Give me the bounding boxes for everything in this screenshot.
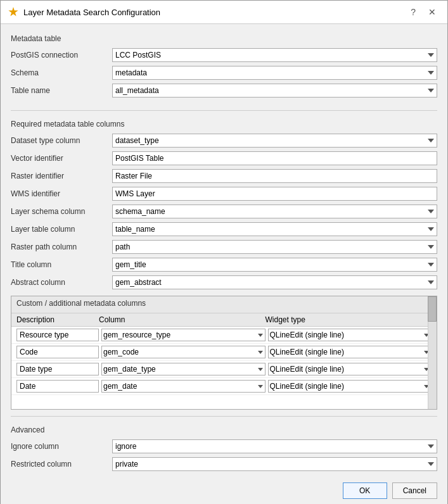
cancel-button[interactable]: Cancel: [392, 482, 437, 499]
vector-identifier-input[interactable]: [112, 151, 437, 165]
restricted-column-row: Restricted column private: [11, 457, 437, 471]
widget-type-select-0[interactable]: QLineEdit (single line): [268, 329, 432, 341]
abstract-column-select[interactable]: gem_abstract: [112, 275, 437, 289]
wms-identifier-row: WMS identifier: [11, 187, 437, 201]
desc-cell-3: [16, 380, 99, 393]
title-column-label: Title column: [11, 260, 112, 269]
ignore-column-row: Ignore column ignore: [11, 439, 437, 453]
required-columns-label: Required metadata table columns: [11, 120, 437, 129]
custom-columns-inner: Custom / additional metadata columns Des…: [11, 296, 437, 409]
layer-table-column-control: table_name: [112, 222, 437, 236]
header-description: Description: [16, 315, 99, 324]
layer-schema-column-select[interactable]: schema_name: [112, 205, 437, 218]
schema-row: Schema metadata: [11, 66, 437, 80]
table-row: gem_code QLineEdit (single line): [11, 344, 437, 361]
description-input-2[interactable]: [16, 363, 99, 375]
widget-type-select-3[interactable]: QLineEdit (single line): [268, 380, 432, 393]
wms-identifier-control: [112, 187, 437, 201]
abstract-column-row: Abstract column gem_abstract: [11, 275, 437, 289]
table-name-select[interactable]: all_metadata: [112, 84, 437, 98]
wms-identifier-label: WMS identifier: [11, 189, 112, 198]
layer-table-column-select[interactable]: table_name: [112, 222, 437, 236]
app-icon: [8, 7, 18, 17]
schema-control: metadata: [112, 66, 437, 80]
table-row: gem_date_type QLineEdit (single line): [11, 361, 437, 378]
restricted-column-label: Restricted column: [11, 460, 112, 469]
table-name-control: all_metadata: [112, 84, 437, 98]
header-widget-type: Widget type: [266, 315, 432, 324]
raster-identifier-row: Raster identifier: [11, 169, 437, 183]
title-bar-controls: ? ✕: [407, 6, 440, 18]
title-bar-left: Layer Metadata Search Configuration: [8, 7, 160, 17]
layer-schema-column-row: Layer schema column schema_name: [11, 205, 437, 218]
ignore-column-label: Ignore column: [11, 442, 112, 451]
postgis-connection-control: LCC PostGIS: [112, 48, 437, 62]
column-select-1[interactable]: gem_code: [101, 346, 266, 358]
ignore-column-control: ignore: [112, 439, 437, 453]
custom-columns-col-headers: Description Column Widget type: [11, 313, 437, 327]
vector-identifier-label: Vector identifier: [11, 154, 112, 163]
layer-schema-column-label: Layer schema column: [11, 207, 112, 216]
footer-buttons: OK Cancel: [11, 477, 437, 501]
metadata-table-label: Metadata table: [11, 34, 437, 43]
custom-columns-container: Custom / additional metadata columns Des…: [11, 296, 437, 410]
close-button[interactable]: ✕: [425, 6, 440, 18]
header-column: Column: [99, 315, 266, 324]
table-row: gem_date QLineEdit (single line): [11, 378, 437, 395]
title-bar: Layer Metadata Search Configuration ? ✕: [1, 1, 447, 24]
custom-columns-header: Custom / additional metadata columns: [11, 296, 437, 313]
advanced-section: Advanced Ignore column ignore Restricted…: [11, 423, 437, 477]
description-input-3[interactable]: [16, 380, 99, 393]
restricted-column-select[interactable]: private: [112, 457, 437, 471]
title-column-row: Title column gem_title: [11, 258, 437, 272]
dialog-content: Metadata table PostGIS connection LCC Po…: [1, 24, 447, 504]
desc-cell-0: [16, 329, 99, 341]
scrollbar-track: [428, 296, 437, 409]
raster-identifier-control: [112, 169, 437, 183]
layer-schema-column-control: schema_name: [112, 205, 437, 218]
vector-identifier-row: Vector identifier: [11, 151, 437, 165]
schema-label: Schema: [11, 68, 112, 77]
wms-identifier-input[interactable]: [112, 187, 437, 201]
schema-select[interactable]: metadata: [112, 66, 437, 80]
scrollbar-thumb[interactable]: [428, 296, 437, 322]
dataset-type-column-select[interactable]: dataset_type: [112, 134, 437, 148]
dialog-window: Layer Metadata Search Configuration ? ✕ …: [0, 0, 448, 504]
raster-identifier-label: Raster identifier: [11, 172, 112, 180]
vector-identifier-control: [112, 151, 437, 165]
required-columns-section: Required metadata table columns Dataset …: [11, 117, 437, 296]
column-select-3[interactable]: gem_date: [101, 380, 266, 393]
raster-path-column-row: Raster path column path: [11, 240, 437, 254]
ignore-column-select[interactable]: ignore: [112, 439, 437, 453]
postgis-connection-select[interactable]: LCC PostGIS: [112, 48, 437, 62]
raster-path-column-select[interactable]: path: [112, 240, 437, 254]
layer-table-column-row: Layer table column table_name: [11, 222, 437, 236]
dataset-type-column-label: Dataset type column: [11, 136, 112, 145]
title-column-select[interactable]: gem_title: [112, 258, 437, 272]
column-select-0[interactable]: gem_resource_type: [101, 329, 266, 341]
table-name-row: Table name all_metadata: [11, 84, 437, 98]
metadata-table-section: Metadata table PostGIS connection LCC Po…: [11, 32, 437, 104]
dialog-title: Layer Metadata Search Configuration: [23, 8, 160, 17]
restricted-column-control: private: [112, 457, 437, 471]
layer-table-column-label: Layer table column: [11, 225, 112, 234]
dataset-type-column-row: Dataset type column dataset_type: [11, 134, 437, 148]
ok-button[interactable]: OK: [343, 482, 387, 499]
raster-path-column-label: Raster path column: [11, 243, 112, 251]
custom-columns-section-label: Custom / additional metadata columns: [16, 299, 432, 308]
table-row: gem_resource_type QLineEdit (single line…: [11, 327, 437, 344]
postgis-connection-label: PostGIS connection: [11, 51, 112, 60]
abstract-column-control: gem_abstract: [112, 275, 437, 289]
advanced-label: Advanced: [11, 425, 437, 434]
description-input-0[interactable]: [16, 329, 99, 341]
abstract-column-label: Abstract column: [11, 278, 112, 287]
table-name-label: Table name: [11, 86, 112, 95]
help-button[interactable]: ?: [407, 6, 419, 18]
raster-identifier-input[interactable]: [112, 169, 437, 183]
widget-type-select-1[interactable]: QLineEdit (single line): [268, 346, 432, 358]
postgis-connection-row: PostGIS connection LCC PostGIS: [11, 48, 437, 62]
desc-cell-1: [16, 346, 99, 358]
description-input-1[interactable]: [16, 346, 99, 358]
widget-type-select-2[interactable]: QLineEdit (single line): [268, 363, 432, 375]
column-select-2[interactable]: gem_date_type: [101, 363, 266, 375]
